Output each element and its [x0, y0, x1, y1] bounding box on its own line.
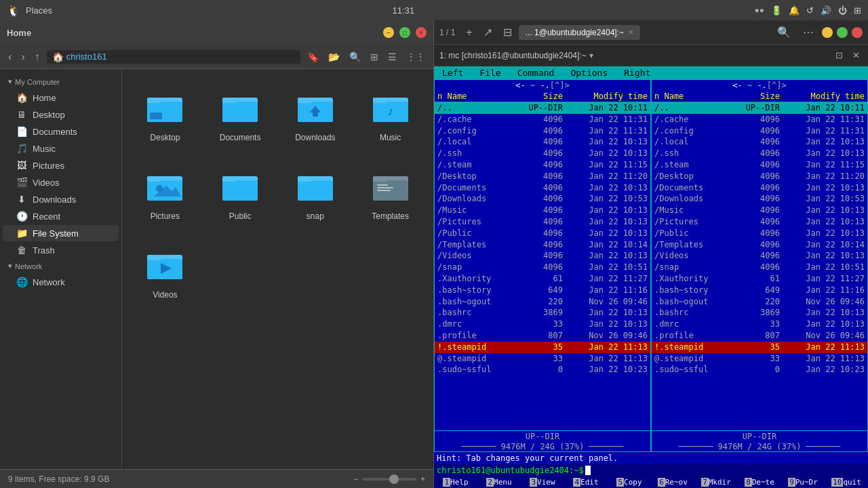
- mc-fkey-9[interactable]: 9Pu~Dr: [781, 476, 825, 488]
- fm-item-music[interactable]: ♪ Music: [358, 80, 422, 148]
- zoom-slider[interactable]: − +: [353, 474, 425, 484]
- mc-file-row[interactable]: .dmrc33Jan 22 10:13: [435, 319, 650, 330]
- mc-file-row[interactable]: .sudo~ssful0Jan 22 10:23: [435, 364, 650, 375]
- mc-file-row[interactable]: .sudo~ssful0Jan 22 10:23: [652, 364, 867, 375]
- mc-file-row[interactable]: /..UP--DIRJan 22 10:11: [652, 102, 867, 114]
- mc-file-row[interactable]: /Downloads4096Jan 22 10:53: [652, 193, 867, 205]
- mc-file-row[interactable]: .dmrc33Jan 22 10:13: [652, 319, 867, 330]
- fm-item-pictures[interactable]: Pictures: [133, 159, 197, 226]
- sidebar-item-music[interactable]: 🎵 Music: [3, 140, 119, 157]
- mc-file-row[interactable]: /.config4096Jan 22 11:31: [652, 125, 867, 137]
- sidebar-item-recent[interactable]: 🕐 Recent: [3, 208, 119, 224]
- mc-fkey-3[interactable]: 3View: [521, 476, 564, 488]
- fm-new-tab-button[interactable]: 📂: [326, 49, 342, 65]
- mc-fkey-7[interactable]: 7Mkdir: [694, 476, 738, 488]
- mc-file-row[interactable]: @.steampid33Jan 22 11:13: [435, 353, 650, 365]
- mc-file-row[interactable]: /.cache4096Jan 22 11:31: [652, 114, 867, 125]
- mc-file-row[interactable]: /Desktop4096Jan 22 11:20: [652, 171, 867, 182]
- mc-file-row[interactable]: .bashrc3869Jan 22 10:13: [652, 307, 867, 319]
- term-tab-1[interactable]: ... 1@ubuntubudgie2404]:~ ✕: [519, 25, 640, 40]
- mc-file-row[interactable]: /Pictures4096Jan 22 10:13: [652, 216, 867, 228]
- window-manager-icon[interactable]: ⊞: [854, 5, 861, 16]
- mc-menu-options[interactable]: Options: [562, 66, 616, 79]
- term-split-button[interactable]: ⊟: [499, 24, 516, 40]
- mc-menu-left[interactable]: Left: [434, 66, 471, 79]
- places-label[interactable]: Places: [26, 5, 52, 16]
- mc-file-row[interactable]: /.config4096Jan 22 11:31: [435, 125, 650, 137]
- fm-maximize-button[interactable]: □: [399, 27, 410, 38]
- mc-file-row[interactable]: .profile807Nov 26 09:46: [435, 330, 650, 342]
- volume-icon[interactable]: 🔊: [821, 5, 831, 16]
- mc-file-row[interactable]: /Templates4096Jan 22 10:14: [652, 239, 867, 251]
- sidebar-item-pictures[interactable]: 🖼 Pictures: [3, 157, 119, 174]
- mc-file-row[interactable]: /Pictures4096Jan 22 10:13: [435, 216, 650, 228]
- mc-file-row[interactable]: .bashrc3869Jan 22 10:13: [435, 307, 650, 319]
- mc-menu-right[interactable]: Right: [616, 66, 658, 79]
- sidebar-item-filesystem[interactable]: 📁 File System: [3, 225, 119, 241]
- mc-file-row[interactable]: !.steampid35Jan 22 11:13: [652, 342, 867, 353]
- sidebar-item-network[interactable]: 🌐 Network: [3, 274, 119, 290]
- mc-file-row[interactable]: /Documents4096Jan 22 10:13: [652, 182, 867, 194]
- sidebar-item-downloads[interactable]: ⬇ Downloads: [3, 191, 119, 207]
- term-close-session-button[interactable]: ✕: [850, 49, 863, 62]
- mc-file-row[interactable]: .bash~ogout220Nov 26 09:46: [435, 296, 650, 308]
- mc-menu-command[interactable]: Command: [509, 66, 563, 79]
- mc-file-row[interactable]: /.local4096Jan 22 10:13: [652, 136, 867, 148]
- fm-item-desktop[interactable]: Desktop: [133, 80, 197, 148]
- mc-file-row[interactable]: /Videos4096Jan 22 10:13: [652, 250, 867, 262]
- mc-file-row[interactable]: /.steam4096Jan 22 11:15: [435, 159, 650, 171]
- mc-file-row[interactable]: /.ssh4096Jan 22 10:13: [435, 148, 650, 159]
- term-expand-button[interactable]: ⊡: [833, 49, 846, 62]
- fm-up-button[interactable]: ↑: [32, 49, 43, 64]
- mc-file-row[interactable]: /Public4096Jan 22 10:13: [435, 228, 650, 239]
- mc-file-row[interactable]: /Templates4096Jan 22 10:14: [435, 239, 650, 251]
- mc-file-row[interactable]: /Music4096Jan 22 10:13: [435, 205, 650, 216]
- mc-file-row[interactable]: /Desktop4096Jan 22 11:20: [435, 171, 650, 182]
- fm-item-snap[interactable]: snap: [283, 159, 348, 226]
- mc-file-row[interactable]: .profile807Nov 26 09:46: [652, 330, 867, 342]
- mc-fkey-2[interactable]: 2Menu: [477, 476, 521, 488]
- mc-fkey-10[interactable]: 10quit: [825, 476, 868, 488]
- mc-file-row[interactable]: .bash~story649Jan 22 11:16: [435, 285, 650, 296]
- mc-cmdline[interactable]: christo161@ubuntubudgie2404:~$: [434, 464, 868, 476]
- sidebar-item-documents[interactable]: 📄 Documents: [3, 123, 119, 140]
- term-detach-button[interactable]: ↗: [479, 24, 496, 40]
- term-tab-close-icon[interactable]: ✕: [628, 28, 633, 36]
- fm-close-button[interactable]: ×: [416, 27, 427, 38]
- mc-file-row[interactable]: .bash~ogout220Nov 26 09:46: [652, 296, 867, 308]
- fm-item-public[interactable]: Public: [208, 159, 273, 226]
- mc-file-row[interactable]: @.steampid33Jan 22 11:13: [652, 353, 867, 365]
- zoom-track[interactable]: [362, 478, 416, 481]
- mc-file-row[interactable]: /Documents4096Jan 22 10:13: [435, 182, 650, 194]
- power-icon[interactable]: ⏻: [838, 5, 847, 16]
- sidebar-item-trash[interactable]: 🗑 Trash: [3, 242, 119, 258]
- app-launcher-icon[interactable]: 🐧: [7, 4, 20, 17]
- zoom-thumb[interactable]: [389, 474, 399, 484]
- mc-fkey-4[interactable]: 4Edit: [564, 476, 608, 488]
- fm-item-documents[interactable]: Documents: [208, 80, 273, 148]
- term-maximize-button[interactable]: [837, 27, 848, 38]
- term-search-button[interactable]: 🔍: [773, 24, 795, 40]
- fm-item-videos[interactable]: Videos: [133, 237, 197, 305]
- fm-search-button[interactable]: 🔍: [347, 49, 363, 65]
- fm-breadcrumb[interactable]: 🏠 christo161: [47, 50, 300, 64]
- my-computer-section[interactable]: ▾ My Computer: [0, 75, 121, 89]
- fm-back-button[interactable]: ‹: [5, 49, 14, 64]
- mc-file-row[interactable]: /..UP--DIRJan 22 10:11: [435, 102, 650, 114]
- mc-file-row[interactable]: /.local4096Jan 22 10:13: [435, 136, 650, 148]
- mc-file-row[interactable]: .Xauthority61Jan 22 11:27: [435, 273, 650, 285]
- fm-view-columns-button[interactable]: ⋮⋮: [403, 49, 428, 65]
- mc-fkey-5[interactable]: 5Copy: [608, 476, 651, 488]
- network-section[interactable]: ▾ Network: [0, 259, 121, 273]
- fm-item-templates[interactable]: Templates: [358, 159, 422, 226]
- fm-minimize-button[interactable]: −: [383, 27, 394, 38]
- sidebar-item-home[interactable]: 🏠 Home: [3, 89, 119, 106]
- mc-file-row[interactable]: /Music4096Jan 22 10:13: [652, 205, 867, 216]
- term-menu-button[interactable]: ⋯: [799, 24, 818, 40]
- fm-forward-button[interactable]: ›: [18, 49, 27, 64]
- fm-view-grid-button[interactable]: ⊞: [368, 49, 381, 65]
- breadcrumb-home[interactable]: christo161: [66, 52, 107, 62]
- mc-file-row[interactable]: !.steampid35Jan 22 11:13: [435, 342, 650, 353]
- term-close-button[interactable]: [852, 27, 863, 38]
- mc-fkey-8[interactable]: 8De~te: [738, 476, 781, 488]
